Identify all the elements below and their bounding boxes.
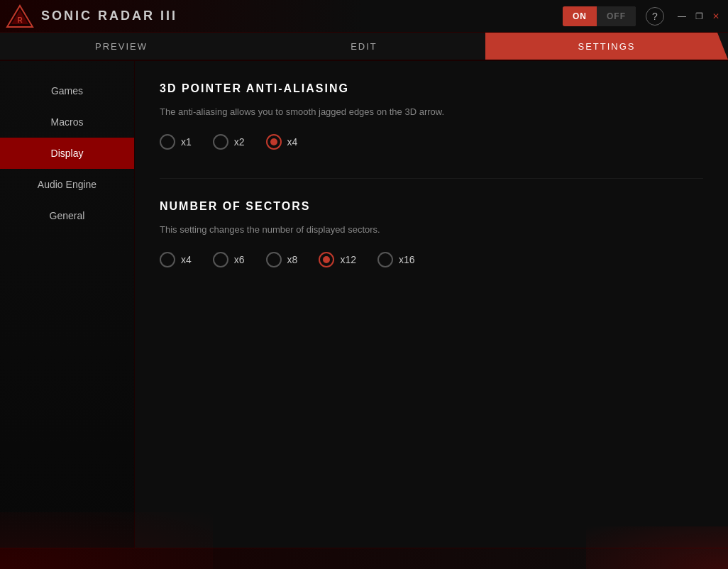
main-content: 3D POINTER ANTI-ALIASING The anti-aliasi…	[135, 61, 728, 548]
aa-x1-option[interactable]: x1	[160, 134, 192, 150]
anti-aliasing-options: x1 x2 x4	[160, 134, 703, 150]
sectors-description: This setting changes the number of displ…	[160, 224, 703, 235]
sec-x16-radio[interactable]	[377, 252, 393, 267]
aa-x4-label: x4	[287, 136, 298, 148]
aa-x2-label: x2	[234, 136, 245, 148]
sidebar-item-general[interactable]: General	[0, 200, 134, 231]
tab-edit[interactable]: EDIT	[243, 33, 485, 60]
tab-settings[interactable]: SETTINGS	[485, 33, 728, 60]
sec-x12-option[interactable]: x12	[319, 252, 356, 267]
aa-x1-label: x1	[181, 136, 192, 148]
aa-x4-radio[interactable]	[266, 134, 282, 150]
sectors-section: NUMBER OF SECTORS This setting changes t…	[160, 200, 703, 267]
sectors-options: x4 x6 x8 x12 x16	[160, 252, 703, 267]
on-off-toggle[interactable]: ON OFF	[563, 6, 636, 26]
sidebar-item-display[interactable]: Display	[0, 138, 134, 169]
help-button[interactable]: ?	[646, 7, 664, 26]
sec-x4-option[interactable]: x4	[160, 252, 192, 267]
sidebar-item-audio-engine[interactable]: Audio Engine	[0, 169, 134, 200]
aa-x2-radio[interactable]	[213, 134, 228, 150]
app-title: SONIC RADAR III	[41, 9, 177, 23]
sec-x8-label: x8	[287, 254, 298, 265]
maximize-button[interactable]: ❐	[693, 10, 705, 23]
sec-x16-option[interactable]: x16	[377, 252, 415, 267]
close-button[interactable]: ✕	[710, 10, 722, 23]
bottom-bar	[0, 548, 728, 569]
toggle-on-label[interactable]: ON	[563, 6, 597, 26]
rog-logo-icon: R	[6, 4, 34, 28]
title-bar: R SONIC RADAR III ON OFF ? — ❐ ✕	[0, 0, 728, 33]
sec-x8-option[interactable]: x8	[266, 252, 298, 267]
title-bar-right: ON OFF ? — ❐ ✕	[563, 6, 722, 26]
sidebar-item-macros[interactable]: Macros	[0, 106, 134, 138]
anti-aliasing-description: The anti-aliasing allows you to smooth j…	[160, 106, 703, 117]
nav-tabs: PREVIEW EDIT SETTINGS	[0, 33, 728, 61]
aa-x1-radio[interactable]	[160, 134, 175, 150]
sec-x16-label: x16	[399, 254, 415, 265]
aa-x4-option[interactable]: x4	[266, 134, 298, 150]
sidebar-item-games[interactable]: Games	[0, 75, 134, 106]
sidebar: Games Macros Display Audio Engine Genera…	[0, 61, 135, 548]
sec-x4-radio[interactable]	[160, 252, 175, 267]
sec-x6-label: x6	[234, 254, 245, 265]
tab-preview[interactable]: PREVIEW	[0, 33, 243, 60]
sec-x12-radio[interactable]	[319, 252, 334, 267]
sec-x6-radio[interactable]	[213, 252, 228, 267]
title-bar-left: R SONIC RADAR III	[6, 4, 177, 28]
aa-x2-option[interactable]: x2	[213, 134, 245, 150]
sec-x8-radio[interactable]	[266, 252, 282, 267]
sectors-title: NUMBER OF SECTORS	[160, 200, 703, 213]
sec-x12-label: x12	[340, 254, 356, 265]
section-divider	[160, 178, 703, 179]
toggle-off-label[interactable]: OFF	[597, 6, 636, 26]
anti-aliasing-title: 3D POINTER ANTI-ALIASING	[160, 82, 703, 95]
anti-aliasing-section: 3D POINTER ANTI-ALIASING The anti-aliasi…	[160, 82, 703, 150]
svg-text:R: R	[17, 16, 23, 24]
sec-x4-label: x4	[181, 254, 192, 265]
sec-x6-option[interactable]: x6	[213, 252, 245, 267]
minimize-button[interactable]: —	[675, 10, 688, 23]
